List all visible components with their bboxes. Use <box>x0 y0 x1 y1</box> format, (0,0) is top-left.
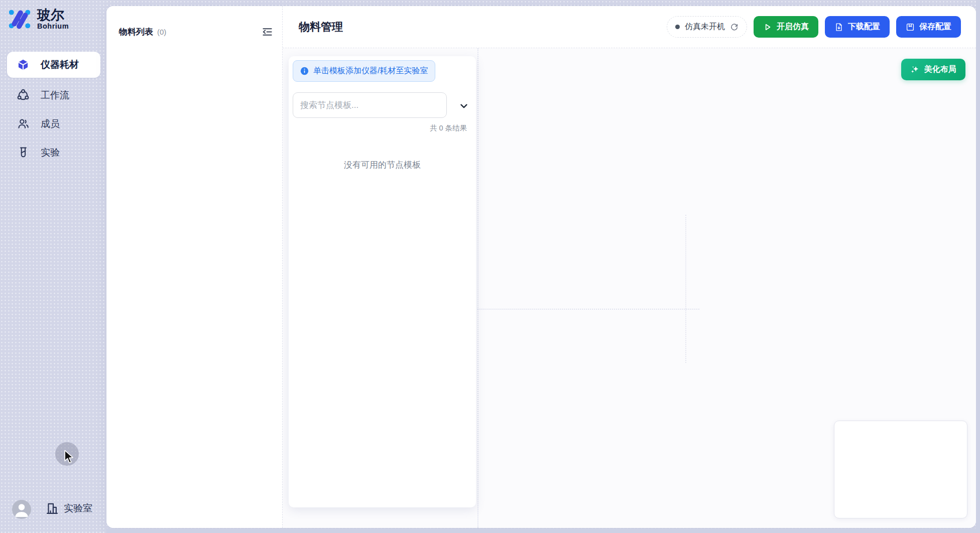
beautify-layout-label: 美化布局 <box>924 64 956 75</box>
canvas-guide-line <box>477 309 699 310</box>
materials-list-panel: 物料列表 (0) <box>106 6 283 528</box>
logo: 玻尔 Bohrium <box>8 8 69 30</box>
materials-list-count: (0) <box>157 28 166 36</box>
user-icon <box>12 500 31 519</box>
materials-list-title: 物料列表 <box>119 26 153 38</box>
template-panel: 单击模板添加仪器/耗材至实验室 共 0 条结果 没有可用的节点模板 <box>289 56 476 507</box>
start-simulation-button[interactable]: 开启仿真 <box>754 16 818 38</box>
workflow-icon <box>17 89 30 102</box>
start-simulation-label: 开启仿真 <box>777 22 809 32</box>
sidebar-item-workflow[interactable]: 工作流 <box>7 82 100 108</box>
sparkles-icon <box>910 65 920 74</box>
info-icon <box>300 67 309 75</box>
sidebar-item-experiment[interactable]: 实验 <box>7 140 100 166</box>
sidebar-item-label: 实验 <box>41 146 60 159</box>
collapse-panel-icon[interactable] <box>262 26 273 38</box>
sidebar-item-instruments[interactable]: 仪器耗材 <box>7 52 100 78</box>
vertical-scrollbar[interactable] <box>976 0 980 533</box>
sidebar-item-lab[interactable]: 实验室 <box>45 501 92 515</box>
topbar-actions: 仿真未开机 开启仿真 <box>667 16 961 38</box>
main-window: 物料列表 (0) 物料管理 仿真未开机 <box>106 6 976 528</box>
save-config-button[interactable]: 保存配置 <box>896 16 961 38</box>
avatar[interactable] <box>12 500 31 519</box>
materials-panel-header: 物料列表 (0) <box>106 6 282 38</box>
sidebar-item-label: 成员 <box>41 117 60 130</box>
main-area: 物料管理 仿真未开机 开启仿真 <box>283 6 976 528</box>
cube-icon <box>17 58 30 71</box>
results-count: 共 0 条结果 <box>293 123 472 133</box>
status-dot-icon <box>675 25 680 29</box>
topbar: 物料管理 仿真未开机 开启仿真 <box>283 6 976 48</box>
search-input[interactable] <box>293 92 447 118</box>
canvas[interactable]: 单击模板添加仪器/耗材至实验室 共 0 条结果 没有可用的节点模板 <box>283 48 976 528</box>
beautify-layout-button[interactable]: 美化布局 <box>901 59 965 80</box>
canvas-guide-line <box>685 215 686 363</box>
minimap[interactable] <box>834 421 967 518</box>
experiment-icon <box>17 146 30 159</box>
search-row <box>293 92 472 118</box>
members-icon <box>17 117 30 130</box>
save-icon <box>906 23 915 32</box>
expand-filter-button[interactable] <box>457 99 471 113</box>
hint-banner: 单击模板添加仪器/耗材至实验室 <box>293 60 435 82</box>
download-file-icon <box>834 23 843 32</box>
simulation-status-pill[interactable]: 仿真未开机 <box>667 16 747 38</box>
logo-subtitle: Bohrium <box>37 22 69 30</box>
download-config-label: 下载配置 <box>848 22 880 32</box>
logo-title: 玻尔 <box>37 8 69 22</box>
sidebar-item-label: 仪器耗材 <box>41 58 79 71</box>
sidebar-item-members[interactable]: 成员 <box>7 111 100 137</box>
horizontal-scrollbar[interactable] <box>106 528 980 533</box>
sidebar: 玻尔 Bohrium 仪器耗材 工作流 成员 <box>0 0 106 533</box>
chevron-down-icon <box>458 100 469 111</box>
building-icon <box>45 501 59 515</box>
download-config-button[interactable]: 下载配置 <box>825 16 890 38</box>
empty-state-text: 没有可用的节点模板 <box>293 159 472 171</box>
save-config-label: 保存配置 <box>919 22 951 32</box>
refresh-icon[interactable] <box>730 23 739 31</box>
bohrium-logo-icon <box>8 8 31 30</box>
page-title: 物料管理 <box>299 20 343 35</box>
sidebar-item-label: 工作流 <box>41 89 69 102</box>
lab-label: 实验室 <box>64 502 92 515</box>
play-icon <box>763 23 772 32</box>
hint-banner-text: 单击模板添加仪器/耗材至实验室 <box>313 66 428 76</box>
canvas-guide-line <box>477 48 478 528</box>
mouse-cursor <box>63 450 75 464</box>
status-text: 仿真未开机 <box>685 22 725 32</box>
logo-text: 玻尔 Bohrium <box>37 8 69 30</box>
